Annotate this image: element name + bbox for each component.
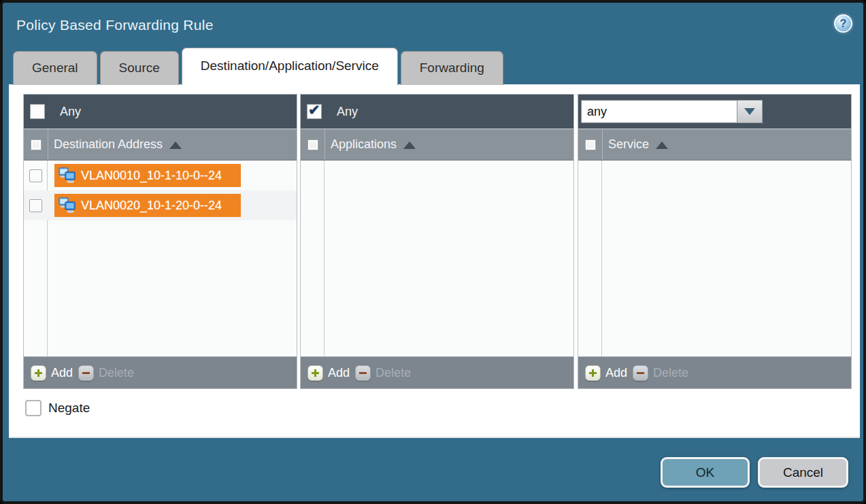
checkbox-rail [578,161,602,356]
destination-actions-bar: Add Delete [24,356,297,388]
delete-minus-icon [633,365,648,381]
network-address-icon [59,197,76,214]
service-delete-button[interactable]: Delete [633,365,688,381]
service-actions-bar: Add Delete [578,356,851,388]
ok-button[interactable]: OK [661,457,750,488]
applications-column-header: Applications [301,129,573,161]
destination-add-button[interactable]: Add [31,365,73,381]
table-row[interactable]: VLAN0010_10-1-10-0--24 [24,161,297,190]
column-divider [602,129,603,160]
service-select-all-checkbox[interactable] [585,139,596,150]
tab-destination-application-service[interactable]: Destination/Application/Service [182,48,398,85]
delete-minus-icon [78,365,94,381]
add-plus-icon [307,365,323,381]
applications-any-bar: Any [301,95,573,129]
delete-label: Delete [653,366,688,380]
service-column-header: Service [578,129,851,161]
destination-address-panel: Any Destination Address [23,94,297,389]
negate-row: Negate [25,400,90,416]
cancel-button[interactable]: Cancel [758,457,848,488]
help-icon[interactable]: ? [834,14,852,33]
row-checkbox[interactable] [29,169,42,182]
applications-actions-bar: Add Delete [301,356,573,388]
service-dropdown-value[interactable]: any [581,100,737,123]
add-plus-icon [585,365,601,381]
column-divider [48,129,48,160]
service-dropdown-button[interactable] [737,100,763,123]
destination-list: VLAN0010_10-1-10-0--24 [24,161,297,356]
sort-ascending-icon[interactable] [403,141,416,149]
applications-add-button[interactable]: Add [307,365,350,381]
add-plus-icon [31,365,46,381]
destination-column-header: Destination Address [24,129,297,161]
checkbox-rail [301,161,324,356]
policy-based-forwarding-dialog: Policy Based Forwarding Rule ? General S… [0,0,866,504]
delete-minus-icon [355,365,371,381]
destination-header-label: Destination Address [54,137,163,152]
table-row[interactable]: VLAN0020_10-1-20-0--24 [24,190,297,220]
applications-delete-button[interactable]: Delete [355,365,411,381]
tab-source[interactable]: Source [100,51,179,85]
column-divider [324,129,325,160]
applications-select-all-checkbox[interactable] [307,139,318,150]
tab-forwarding[interactable]: Forwarding [401,51,503,85]
applications-any-label: Any [337,105,358,119]
service-panel: any Service Add [578,94,852,389]
negate-checkbox[interactable] [25,400,41,416]
service-header-label: Service [608,137,649,152]
delete-label: Delete [99,366,134,380]
applications-any-checkbox[interactable] [307,104,322,119]
title-bar: Policy Based Forwarding Rule ? [3,3,863,48]
tab-content: Any Destination Address [9,84,860,438]
delete-label: Delete [376,366,411,380]
network-address-icon [59,167,76,184]
chevron-down-icon [744,108,755,115]
sort-ascending-icon[interactable] [169,141,182,149]
destination-any-checkbox[interactable] [30,104,45,119]
destination-select-all-checkbox[interactable] [31,139,41,150]
help-glyph: ? [840,18,847,29]
applications-header-label: Applications [331,137,397,152]
destination-delete-button[interactable]: Delete [78,365,134,381]
tab-bar: General Source Destination/Application/S… [13,50,503,85]
row-checkbox[interactable] [29,199,42,212]
address-object-chip[interactable]: VLAN0020_10-1-20-0--24 [54,194,241,217]
address-object-chip[interactable]: VLAN0010_10-1-10-0--24 [54,164,241,187]
add-label: Add [328,366,350,380]
add-label: Add [605,366,627,380]
add-label: Add [51,366,73,380]
destination-any-label: Any [60,105,81,119]
tab-general[interactable]: General [13,51,97,85]
service-list [578,161,851,356]
address-object-name: VLAN0020_10-1-20-0--24 [81,199,222,213]
service-dropdown: any [581,100,763,123]
destination-any-bar: Any [24,95,297,129]
dialog-title: Policy Based Forwarding Rule [16,17,214,33]
service-any-bar: any [578,95,851,129]
address-object-name: VLAN0010_10-1-10-0--24 [81,169,222,183]
sort-ascending-icon[interactable] [656,141,668,149]
service-add-button[interactable]: Add [585,365,627,381]
applications-panel: Any Applications Add Delete [300,94,574,389]
applications-list [301,161,573,356]
negate-label: Negate [48,401,90,416]
